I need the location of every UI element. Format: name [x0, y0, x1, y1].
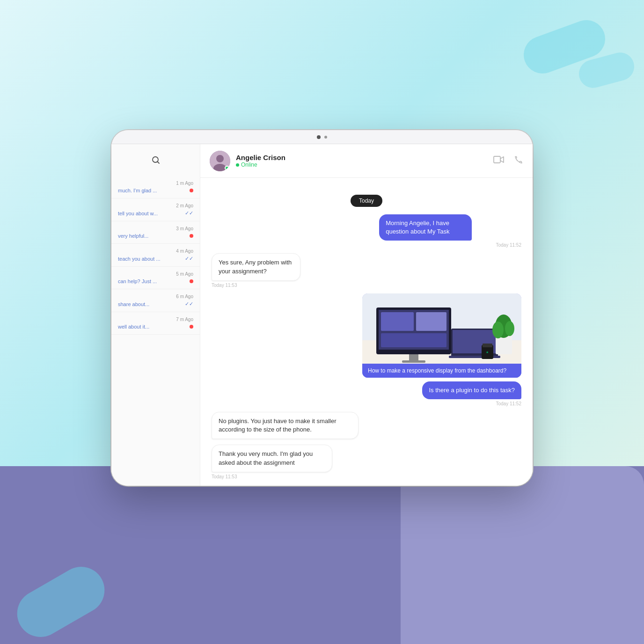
- svg-point-3: [216, 155, 224, 162]
- image-placeholder: ★: [362, 293, 521, 364]
- avatar: [210, 151, 230, 171]
- phone-call-button[interactable]: [514, 155, 523, 167]
- sidebar-search-area[interactable]: [111, 144, 200, 176]
- sidebar-item-time: 2 m Ago: [118, 203, 193, 208]
- device-content: 1 m Ago much. I'm glad ... 2 m Ago tell …: [111, 144, 533, 486]
- sidebar-item-time: 1 m Ago: [118, 181, 193, 186]
- chat-actions: [493, 155, 523, 167]
- message-row: No plugins. You just have to make it sma…: [212, 412, 521, 439]
- sidebar-item[interactable]: 7 m Ago well about it...: [111, 312, 200, 335]
- message-row: Yes sure, Any problem with your assignme…: [212, 253, 521, 287]
- message-group: Thank you very much. I'm glad you asked …: [212, 445, 397, 479]
- sidebar-item-time: 4 m Ago: [118, 249, 193, 254]
- svg-rect-10: [381, 312, 414, 331]
- sidebar-item-time: 5 m Ago: [118, 271, 193, 277]
- sidebar-item[interactable]: 1 m Ago much. I'm glad ...: [111, 176, 200, 198]
- sidebar-item-row: teach you about ... ✓✓: [118, 256, 193, 262]
- sidebar-item[interactable]: 3 m Ago very helpful...: [111, 221, 200, 244]
- device-top-bar: [111, 130, 533, 144]
- svg-rect-13: [409, 354, 418, 361]
- message-time: Today 11:53: [212, 474, 397, 479]
- sidebar-item-text: tell you about w...: [118, 211, 182, 216]
- svg-rect-12: [381, 333, 446, 347]
- message-bubble: Is there a plugin to do this task?: [422, 381, 521, 399]
- status-text: Online: [241, 161, 257, 168]
- message-row: ★ How to make a responsive display from …: [212, 293, 521, 406]
- svg-rect-23: [483, 344, 492, 347]
- svg-line-1: [157, 162, 159, 164]
- sidebar-item-time: 6 m Ago: [118, 294, 193, 299]
- message-bubble: Thank you very much. I'm glad you asked …: [212, 445, 332, 472]
- sidebar-item[interactable]: 2 m Ago tell you about w... ✓✓: [111, 198, 200, 221]
- device-dot-2: [324, 136, 327, 139]
- contact-status: Online: [236, 161, 493, 168]
- svg-rect-11: [416, 312, 446, 331]
- search-icon[interactable]: [147, 152, 164, 168]
- message-group: No plugins. You just have to make it sma…: [212, 412, 438, 439]
- messages-container: Today Morning Angelie, I have question a…: [200, 178, 533, 486]
- online-status-dot: [225, 166, 229, 170]
- message-time: Today 11:52: [362, 401, 521, 406]
- message-bubble: No plugins. You just have to make it sma…: [212, 412, 359, 439]
- sidebar-list: 1 m Ago much. I'm glad ... 2 m Ago tell …: [111, 176, 200, 486]
- message-bubble: Yes sure, Any problem with your assignme…: [212, 253, 300, 280]
- chat-header: Angelie Crison Online: [200, 144, 533, 178]
- unread-indicator: [190, 189, 193, 192]
- svg-text:★: ★: [486, 351, 489, 354]
- image-message: ★ How to make a responsive display from …: [362, 293, 521, 378]
- sidebar-item-time: 3 m Ago: [118, 226, 193, 231]
- message-row: Thank you very much. I'm glad you asked …: [212, 445, 521, 479]
- sidebar-item-row: share about... ✓✓: [118, 301, 193, 307]
- unread-indicator: [190, 325, 193, 329]
- sidebar-item-text: can help? Just ...: [118, 278, 187, 284]
- message-time: Today 11:52: [379, 242, 521, 248]
- svg-rect-14: [402, 360, 425, 363]
- sidebar-item-text: very helpful...: [118, 233, 187, 239]
- date-badge: Today: [351, 195, 382, 207]
- message-group: ★ How to make a responsive display from …: [362, 293, 521, 406]
- sidebar-item-text: teach you about ...: [118, 256, 182, 262]
- image-caption: How to make a responsive display from th…: [362, 364, 521, 378]
- message-group: Yes sure, Any problem with your assignme…: [212, 253, 349, 287]
- sidebar-item[interactable]: 4 m Ago teach you about ... ✓✓: [111, 244, 200, 267]
- message-group: Morning Angelie, I have question about M…: [379, 214, 521, 248]
- message-time: Today 11:53: [212, 283, 349, 288]
- chat-area: Angelie Crison Online: [200, 144, 533, 486]
- sidebar-item-row: much. I'm glad ...: [118, 188, 193, 193]
- unread-indicator: [190, 279, 193, 283]
- sidebar-item-text: well about it...: [118, 324, 187, 329]
- sidebar-item[interactable]: 5 m Ago can help? Just ...: [111, 267, 200, 289]
- tablet-device: 1 m Ago much. I'm glad ... 2 m Ago tell …: [111, 130, 533, 486]
- bg-bottom-right: [401, 466, 644, 644]
- video-call-button[interactable]: [493, 155, 505, 166]
- check-icon: ✓✓: [185, 256, 193, 262]
- sidebar-item-row: can help? Just ...: [118, 278, 193, 284]
- sidebar: 1 m Ago much. I'm glad ... 2 m Ago tell …: [111, 144, 200, 486]
- message-row: Morning Angelie, I have question about M…: [212, 214, 521, 248]
- sidebar-item-row: tell you about w... ✓✓: [118, 210, 193, 216]
- sidebar-item-text: share about...: [118, 301, 182, 307]
- sidebar-item-time: 7 m Ago: [118, 317, 193, 322]
- sidebar-item-text: much. I'm glad ...: [118, 188, 187, 193]
- check-icon: ✓✓: [185, 301, 193, 307]
- sidebar-item-row: well about it...: [118, 324, 193, 329]
- svg-rect-5: [494, 156, 500, 163]
- message-bubble: Morning Angelie, I have question about M…: [379, 214, 471, 241]
- unread-indicator: [190, 234, 193, 238]
- status-dot: [236, 163, 239, 167]
- check-icon: ✓✓: [185, 210, 193, 216]
- contact-name: Angelie Crison: [236, 154, 493, 161]
- svg-point-21: [505, 321, 514, 336]
- device-dot-1: [317, 135, 321, 139]
- svg-point-20: [492, 322, 504, 338]
- sidebar-item-row: very helpful...: [118, 233, 193, 239]
- date-separator: Today: [212, 195, 521, 207]
- contact-info: Angelie Crison Online: [236, 154, 493, 168]
- sidebar-item[interactable]: 6 m Ago share about... ✓✓: [111, 289, 200, 312]
